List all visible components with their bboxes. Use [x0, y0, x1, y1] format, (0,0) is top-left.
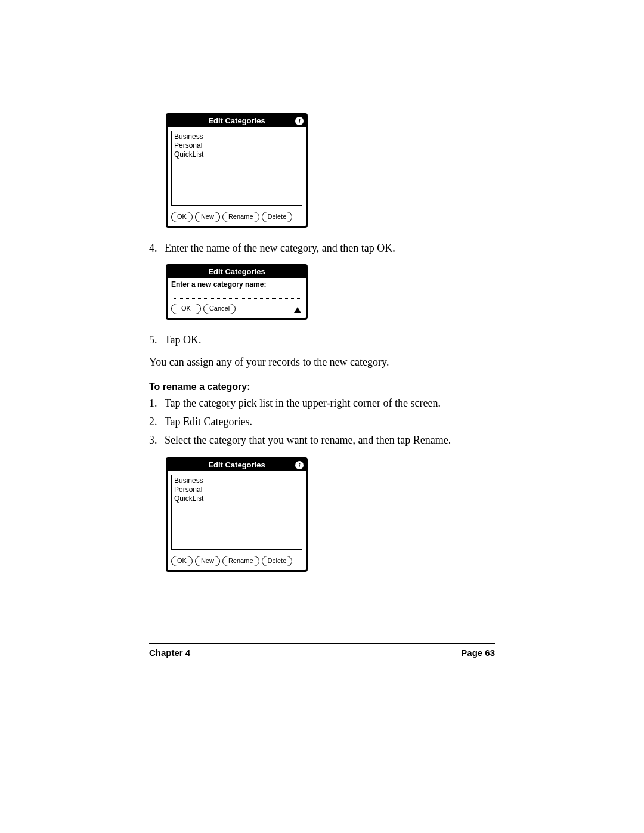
section-subhead: To rename a category: [149, 382, 495, 392]
instruction-step: 2. Tap Edit Categories. [149, 416, 495, 428]
dialog-button-row: OK New Rename Delete [168, 553, 306, 570]
list-item[interactable]: Business [174, 132, 299, 141]
step-text: Enter the name of the new category, and … [165, 242, 395, 254]
rename-button[interactable]: Rename [222, 556, 259, 566]
new-button[interactable]: New [195, 212, 220, 222]
step-number: 5. [149, 334, 157, 346]
ok-button[interactable]: OK [171, 212, 193, 222]
list-item[interactable]: QuickList [174, 150, 299, 159]
instruction-step: 5. Tap OK. [149, 334, 495, 346]
step-text: Tap OK. [165, 334, 202, 346]
list-item[interactable]: Personal [174, 485, 299, 494]
graffiti-shift-icon [294, 307, 301, 313]
footer-chapter: Chapter 4 [149, 648, 190, 658]
step-number: 4. [149, 242, 157, 254]
cancel-button[interactable]: Cancel [203, 304, 236, 314]
instruction-step: 3. Select the category that you want to … [149, 434, 495, 447]
dialog-title-bar: Edit Categories i [168, 459, 306, 471]
rename-button[interactable]: Rename [222, 212, 259, 222]
category-list[interactable]: Business Personal QuickList [171, 475, 302, 550]
ok-button[interactable]: OK [171, 556, 193, 566]
dialog-title: Edit Categories [208, 460, 265, 469]
edit-categories-dialog: Edit Categories i Business Personal Quic… [166, 113, 308, 228]
dialog-title-bar: Edit Categories [168, 266, 306, 278]
step-text: Tap Edit Categories. [165, 416, 252, 428]
category-name-input[interactable] [174, 292, 300, 299]
step-number: 3. [149, 434, 157, 446]
new-category-dialog: Edit Categories Enter a new category nam… [166, 264, 308, 320]
list-item[interactable]: Personal [174, 141, 299, 150]
dialog-body: Business Personal QuickList [168, 471, 306, 553]
page-footer: Chapter 4 Page 63 [149, 648, 495, 658]
step-text: Tap the category pick list in the upper-… [165, 397, 441, 409]
dialog-title: Edit Categories [208, 116, 265, 125]
footer-page: Page 63 [461, 648, 495, 658]
step-text: Select the category that you want to ren… [165, 434, 451, 446]
document-page: Edit Categories i Business Personal Quic… [0, 0, 644, 717]
category-list[interactable]: Business Personal QuickList [171, 131, 302, 206]
delete-button[interactable]: Delete [262, 556, 293, 566]
new-button[interactable]: New [195, 556, 220, 566]
delete-button[interactable]: Delete [262, 212, 293, 222]
instruction-step: 1. Tap the category pick list in the upp… [149, 397, 495, 410]
instruction-step: 4. Enter the name of the new category, a… [149, 242, 495, 255]
step-number: 2. [149, 416, 157, 428]
body-paragraph: You can assign any of your records to th… [149, 356, 495, 368]
prompt-label: Enter a new category name: [168, 278, 306, 289]
edit-categories-dialog: Edit Categories i Business Personal Quic… [166, 457, 308, 572]
dialog-title: Edit Categories [208, 267, 265, 276]
dialog-button-row: OK New Rename Delete [168, 209, 306, 226]
dialog-button-row: OK Cancel [168, 301, 306, 318]
ok-button[interactable]: OK [171, 304, 201, 314]
list-item[interactable]: Business [174, 476, 299, 485]
dialog-title-bar: Edit Categories i [168, 115, 306, 127]
info-icon[interactable]: i [295, 461, 304, 469]
info-icon[interactable]: i [295, 117, 304, 125]
step-number: 1. [149, 397, 157, 409]
footer-rule [149, 643, 495, 644]
dialog-body: Business Personal QuickList [168, 127, 306, 209]
list-item[interactable]: QuickList [174, 494, 299, 503]
